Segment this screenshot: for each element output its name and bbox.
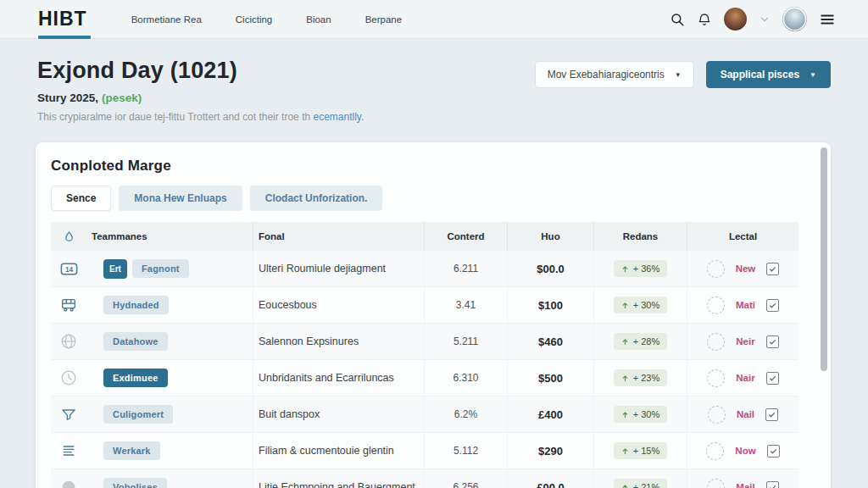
huo-cell: $290 [507, 433, 593, 469]
huo-cell: $500 [507, 360, 593, 396]
page-header: Exjond Day (1021) Stury 2025,(pesek) Thi… [0, 39, 868, 123]
column-header-teammanes: Teammanes [86, 222, 253, 251]
fonal-cell: Unbridanits and Ecarriluncas [253, 360, 424, 396]
subtitle-text: Stury 2025, [37, 92, 98, 104]
team-badge: Hydnaded [103, 296, 169, 314]
scrollbar-thumb[interactable] [821, 147, 827, 371]
lectal-cell: Nair [687, 360, 798, 396]
status-circle[interactable] [707, 260, 725, 278]
redans-value: + 36% [633, 263, 660, 274]
fonal-cell: Litie Echmpoing and Bauergment [253, 469, 424, 488]
nav-item[interactable]: Cicicting [236, 14, 272, 25]
lectal-cell: Mail [687, 469, 798, 488]
column-header-redans: Redans [593, 222, 687, 251]
tab[interactable]: Mona Hew Enluaps [119, 186, 242, 211]
redans-value: + 23% [633, 373, 660, 383]
huo-cell: $460 [507, 324, 593, 359]
avatar-1[interactable] [724, 8, 747, 30]
data-table: Teammanes Fonal Conterd Huo Redans Lecta… [51, 222, 798, 488]
filter-dropdown[interactable]: Mov Exebahiaragiceontris ▼ [535, 61, 694, 88]
teammanes-cell: Datahowe [86, 324, 253, 359]
huo-cell: $100 [507, 287, 593, 323]
funnel-icon [51, 396, 86, 432]
fonal-cell: Buit danspox [253, 396, 424, 432]
search-icon[interactable] [670, 12, 685, 27]
tab[interactable]: Sence [51, 186, 111, 211]
list-icon [51, 433, 86, 469]
team-badge: Exdimuee [103, 369, 168, 387]
fonal-cell: Salennon Expsinures [253, 324, 424, 359]
status-label: Mati [736, 300, 755, 310]
redans-value: + 30% [633, 409, 660, 419]
table-row: 14 Ert Fagnont Ulteri Roumiule dejiagmen… [51, 251, 798, 287]
lectal-cell: Now [687, 433, 798, 469]
status-circle[interactable] [707, 479, 725, 488]
navbar-actions [670, 7, 836, 31]
clock-icon [51, 360, 86, 396]
menu-icon[interactable] [819, 11, 836, 28]
status-circle[interactable] [708, 406, 726, 424]
redans-badge: + 23% [614, 369, 668, 386]
arrow-up-icon [621, 338, 629, 346]
lectal-cell: New [687, 251, 798, 286]
checkbox[interactable] [765, 408, 778, 421]
circle-icon [51, 469, 86, 488]
card-tabs: SenceMona Hew EnluapsClodact Unforizatio… [51, 186, 814, 211]
checkbox[interactable] [766, 263, 779, 275]
fonal-cell: Ulteri Roumiule dejiagment [253, 251, 424, 286]
table-body: 14 Ert Fagnont Ulteri Roumiule dejiagmen… [51, 251, 798, 488]
column-header-conterd: Conterd [424, 222, 507, 251]
nav-item[interactable]: Bioan [306, 14, 331, 25]
table-row: Datahowe Salennon Expsinures 5.211 $460 … [51, 324, 798, 360]
redans-cell: + 15% [593, 433, 687, 469]
nav-item[interactable]: Berpane [365, 14, 402, 25]
redans-cell: + 30% [593, 287, 687, 323]
description-link[interactable]: ecemantlly. [313, 111, 364, 123]
team-badge: Vobolises [103, 478, 167, 488]
conterd-cell: 6.211 [424, 251, 507, 286]
checkbox[interactable] [766, 372, 779, 385]
status-circle[interactable] [707, 369, 725, 387]
chevron-down-icon[interactable] [759, 14, 771, 25]
redans-badge: + 28% [614, 333, 668, 350]
redans-value: + 15% [633, 446, 660, 456]
status-circle[interactable] [707, 333, 725, 351]
status-label: Nail [737, 409, 754, 419]
status-circle[interactable] [707, 297, 725, 314]
completed-merge-card: Conploted Marge SenceMona Hew EnluapsClo… [36, 142, 831, 488]
globe-icon [51, 324, 86, 359]
status-label: Nair [736, 373, 754, 383]
teammanes-cell: Werkark [86, 433, 253, 469]
primary-action-button[interactable]: Sapplical pisces ▼ [706, 61, 831, 88]
avatar-2[interactable] [782, 7, 807, 31]
conterd-cell: 6.256 [424, 469, 507, 488]
huo-cell: £00.0 [507, 469, 593, 488]
svg-text:14: 14 [64, 265, 73, 273]
status-circle[interactable] [706, 442, 724, 460]
redans-cell: + 21% [593, 469, 687, 488]
checkbox[interactable] [767, 445, 780, 458]
redans-value: + 28% [633, 336, 660, 347]
nav-item[interactable]: Bormetiane Rea [131, 14, 202, 25]
page-description: This crypiaralme ior daue tej-fittu Trot… [37, 111, 831, 123]
status-label: Mail [736, 482, 754, 488]
table-row: Vobolises Litie Echmpoing and Bauergment… [51, 469, 798, 488]
tab[interactable]: Clodact Unforization. [250, 186, 383, 211]
redans-value: + 21% [633, 482, 660, 488]
column-header-fonal: Fonal [253, 222, 424, 251]
redans-badge: + 36% [614, 260, 668, 277]
column-header-lectal: Lectal [687, 222, 798, 251]
badge-prefix: Ert [103, 259, 127, 279]
bus-icon [51, 287, 86, 323]
table-row: Hydnaded Eoucesbous 3.41 $100 + 30% Mati [51, 287, 798, 324]
droplet-icon [51, 222, 86, 251]
brand-logo[interactable]: HIBT [38, 8, 87, 30]
redans-cell: + 30% [593, 396, 687, 432]
redans-value: + 30% [633, 300, 660, 310]
conterd-cell: 5.211 [424, 324, 507, 359]
team-badge: Fagnont [132, 259, 189, 278]
bell-icon[interactable] [697, 12, 712, 27]
checkbox[interactable] [766, 336, 779, 348]
checkbox[interactable] [766, 299, 779, 312]
checkbox[interactable] [766, 481, 779, 488]
